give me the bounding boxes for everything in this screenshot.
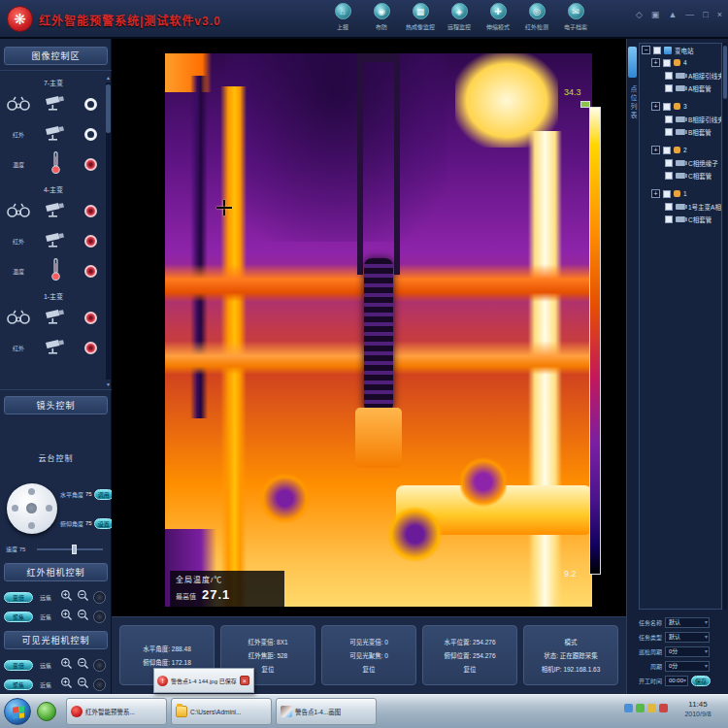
select-radio[interactable] [84, 235, 97, 248]
thermometer-icon[interactable] [35, 150, 76, 179]
tray-shield-icon[interactable] [647, 704, 656, 712]
expand-icon[interactable]: + [651, 58, 660, 67]
panel-icon[interactable]: ▣ [651, 10, 660, 19]
vis-focus-button[interactable]: 聚焦 [4, 679, 33, 690]
zoom-out-icon[interactable] [75, 588, 91, 606]
task-name-select[interactable]: 默认 [665, 617, 710, 628]
tree-checkbox[interactable] [665, 215, 673, 223]
zoom-in-icon[interactable] [58, 656, 75, 674]
camera-icon[interactable] [35, 308, 76, 329]
tree-scroll-thumb[interactable] [723, 46, 727, 99]
tree-leaf[interactable]: C相套管 [640, 213, 721, 225]
expand-icon[interactable]: + [651, 146, 660, 154]
tree-leaf[interactable]: C相绝缘子 [640, 156, 721, 169]
camera-icon[interactable] [35, 94, 76, 116]
select-radio[interactable] [84, 158, 97, 171]
tree-checkbox[interactable] [665, 116, 673, 123]
toolbar-button-remote-monitor[interactable]: ◈ 远程监控 [443, 3, 476, 31]
select-radio[interactable] [84, 128, 97, 141]
point-list-tab[interactable] [628, 47, 637, 78]
tree-node[interactable]: + 3 [640, 100, 721, 113]
tree-checkbox[interactable] [665, 84, 673, 92]
toolbar-button-mode[interactable]: ✚ 伸缩模式 [481, 3, 514, 31]
cycle-select[interactable]: 0分 [665, 661, 710, 672]
binoculars-icon[interactable] [2, 202, 35, 221]
camera-icon[interactable] [35, 201, 76, 222]
zoom-out-icon[interactable] [75, 608, 91, 625]
joystick-left[interactable] [12, 505, 18, 512]
binoculars-icon[interactable] [2, 309, 35, 328]
taskbar-button-app[interactable]: 红外智能预警系... [66, 698, 167, 725]
speed-slider[interactable] [37, 548, 103, 550]
close-button[interactable]: × [717, 10, 722, 19]
task-type-select[interactable]: 默认 [665, 632, 710, 643]
quick-launch-icon[interactable] [37, 702, 56, 721]
tree-leaf[interactable]: A相套管 [640, 82, 721, 94]
patrol-cycle-select[interactable]: 0分 [665, 646, 710, 657]
zoom-in-icon[interactable] [58, 676, 75, 693]
tree-leaf[interactable]: A相接引线夹 [640, 69, 721, 82]
toolbar-button-arm[interactable]: ◉ 布防 [365, 3, 398, 31]
thermometer-icon[interactable] [35, 257, 76, 285]
tree-checkbox[interactable] [663, 103, 671, 111]
vis-zoom-button[interactable]: 变倍 [4, 660, 33, 671]
start-button[interactable] [4, 698, 31, 725]
zoom-out-icon[interactable] [75, 656, 91, 674]
groups-scrollbar[interactable] [106, 83, 111, 380]
select-radio[interactable] [84, 205, 97, 217]
tilt-set-button[interactable]: 设置 [94, 518, 114, 529]
toolbar-button-report[interactable]: ⌂ 上报 [326, 3, 359, 31]
binoculars-icon[interactable] [2, 95, 35, 115]
tree-checkbox[interactable] [665, 159, 673, 167]
select-radio[interactable] [84, 265, 97, 278]
tree-root[interactable]: − 变电站 [640, 44, 721, 56]
save-button[interactable]: 保存 [691, 676, 711, 686]
tree-node[interactable]: + 1 [640, 187, 721, 200]
groups-scroll-thumb[interactable] [106, 84, 111, 133]
pin-icon[interactable]: ▲ [668, 10, 677, 19]
start-time-field[interactable]: 00:00 [665, 676, 688, 686]
zoom-in-icon[interactable] [58, 608, 75, 625]
camera-icon[interactable] [35, 124, 76, 146]
taskbar-button-paint[interactable]: 警告点1-4...画图 [276, 698, 377, 725]
joystick-up[interactable] [28, 488, 35, 495]
tray-app-icon[interactable] [659, 704, 668, 712]
taskbar-button-explorer[interactable]: C:\Users\Admini... [171, 698, 272, 725]
tree-checkbox[interactable] [663, 59, 671, 67]
toolbar-button-ir-check[interactable]: ◎ 红外检测 [520, 3, 553, 31]
tree-checkbox[interactable] [665, 128, 673, 136]
tree-checkbox[interactable] [665, 172, 673, 180]
toolbar-button-archive[interactable]: ✉ 电子档案 [559, 3, 592, 31]
tree-node[interactable]: + 4 [640, 56, 721, 69]
tree-checkbox[interactable] [663, 190, 671, 198]
tray-antivirus-icon[interactable] [636, 704, 645, 712]
taskbar-clock[interactable]: 11:45 2010/9/8 [672, 700, 724, 717]
joystick-right[interactable] [46, 505, 52, 512]
tree-node[interactable]: + 2 [640, 144, 721, 156]
ir-stop-button[interactable] [93, 611, 106, 623]
zoom-out-icon[interactable] [75, 676, 91, 693]
tree-leaf[interactable]: C相套管 [640, 169, 721, 182]
tree-scrollbar[interactable] [723, 43, 727, 610]
tree-checkbox[interactable] [665, 72, 673, 80]
vis-stop-button[interactable] [93, 659, 106, 672]
speed-slider-thumb[interactable] [72, 545, 77, 554]
tray-network-icon[interactable] [624, 704, 633, 712]
maximize-button[interactable]: □ [703, 10, 708, 19]
tree-leaf[interactable]: B相接引线夹 [640, 113, 721, 125]
vis-stop-button[interactable] [93, 678, 106, 691]
tree-checkbox[interactable] [665, 203, 673, 211]
expand-icon[interactable]: + [651, 102, 660, 111]
ir-focus-button[interactable]: 聚焦 [4, 612, 33, 622]
expand-icon[interactable]: + [651, 189, 660, 198]
camera-icon[interactable] [35, 338, 76, 359]
thermal-image[interactable] [165, 53, 592, 607]
toast-close-icon[interactable]: × [240, 676, 249, 685]
ir-zoom-button[interactable]: 变倍 [4, 592, 33, 603]
joystick-down[interactable] [28, 522, 35, 529]
scroll-up-icon[interactable]: ▲ [105, 75, 112, 81]
select-radio[interactable] [84, 312, 97, 324]
tree-leaf[interactable]: B相套管 [640, 125, 721, 138]
zoom-in-icon[interactable] [58, 588, 75, 606]
tree-leaf[interactable]: 1号主变A相 [640, 200, 721, 213]
